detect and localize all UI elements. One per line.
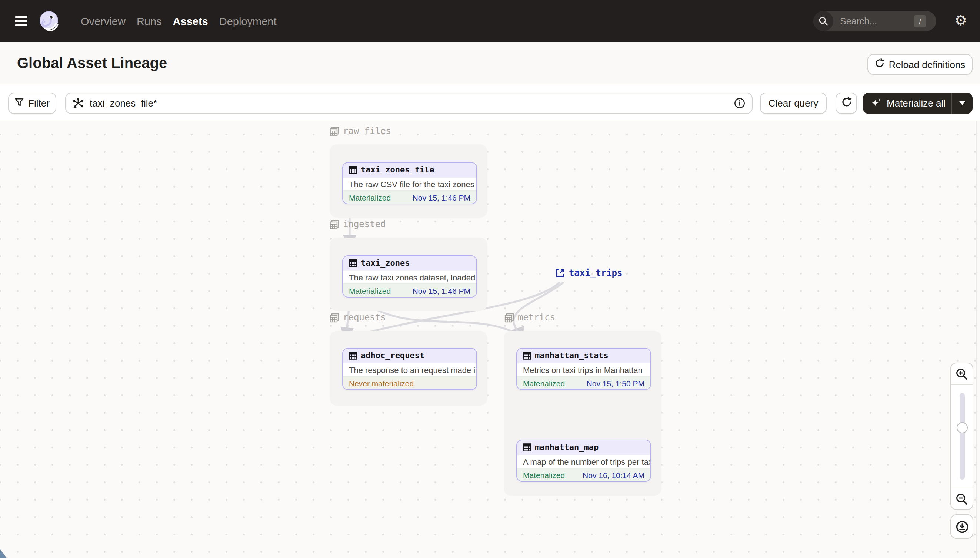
table-icon: [523, 351, 531, 359]
nav-link-runs[interactable]: Runs: [137, 15, 162, 27]
asset-name: manhattan_stats: [535, 351, 608, 360]
download-icon: [955, 520, 968, 533]
external-asset-taxi-trips[interactable]: taxi_trips: [555, 268, 623, 278]
download-image-button[interactable]: [950, 514, 973, 539]
external-link-icon: [555, 269, 565, 277]
search-icon: [813, 11, 833, 31]
reload-icon: [875, 59, 884, 70]
lineage-toolbar: Filter: [0, 84, 980, 121]
group-stack-icon: [329, 126, 339, 136]
filter-button[interactable]: Filter: [8, 92, 56, 114]
status-badge: Never materialized: [349, 379, 414, 387]
asset-name: manhattan_map: [535, 443, 598, 452]
reload-definitions-button[interactable]: Reload definitions: [867, 54, 973, 75]
asset-description: The raw taxi zones dataset, loaded int..…: [343, 270, 476, 284]
group-stack-icon: [329, 220, 339, 229]
reload-label: Reload definitions: [889, 59, 965, 70]
asset-query-input[interactable]: [88, 97, 734, 110]
table-icon: [523, 443, 531, 451]
group-label-metrics[interactable]: metrics: [504, 312, 555, 323]
status-badge: Materialized: [349, 286, 391, 295]
search-input[interactable]: [838, 15, 912, 27]
clear-query-label: Clear query: [769, 98, 818, 109]
settings-gear-icon[interactable]: ⚙: [953, 13, 969, 29]
asset-name: adhoc_request: [361, 351, 425, 360]
clear-query-button[interactable]: Clear query: [760, 92, 827, 114]
hamburger-menu-icon[interactable]: [15, 16, 27, 26]
refresh-icon: [841, 97, 852, 110]
page-header: Global Asset Lineage Reload definitions: [0, 42, 980, 84]
lineage-edges: [0, 121, 980, 558]
asset-node-manhattan-stats[interactable]: manhattan_stats Metrics on taxi trips in…: [516, 348, 651, 390]
nav-link-deployment[interactable]: Deployment: [219, 15, 277, 27]
sparkle-icon: [871, 97, 882, 110]
status-badge: Materialized: [523, 379, 565, 387]
info-icon[interactable]: [734, 98, 745, 109]
asset-status-bar: Materialized Nov 15, 1:46 PM: [343, 190, 476, 204]
asset-node-adhoc-request[interactable]: adhoc_request The response to an request…: [342, 348, 477, 390]
asset-status-bar: Materialized Nov 15, 1:50 PM: [517, 376, 651, 389]
zoom-in-button[interactable]: [951, 363, 973, 385]
asset-description: Metrics on taxi trips in Manhattan: [517, 363, 651, 376]
materialization-timestamp: Nov 15, 1:50 PM: [587, 379, 644, 387]
materialization-timestamp: Nov 15, 1:46 PM: [413, 286, 470, 295]
group-stack-icon: [504, 313, 514, 322]
asset-status-bar: Materialized Nov 15, 1:46 PM: [343, 284, 476, 297]
zoom-slider-knob[interactable]: [956, 423, 967, 434]
asset-node-manhattan-map[interactable]: manhattan_map A map of the number of tri…: [516, 440, 651, 482]
zoom-panel: [950, 363, 973, 510]
zoom-slider[interactable]: [951, 385, 973, 488]
zoom-out-icon: [955, 492, 968, 505]
zoom-slider-track[interactable]: [959, 393, 964, 479]
table-icon: [349, 259, 357, 267]
dagster-app: Overview Runs Assets Deployment / ⚙ Glob…: [0, 0, 980, 558]
asset-description: The raw CSV file for the taxi zones dat.…: [343, 177, 476, 190]
asset-name: taxi_zones_file: [361, 165, 435, 175]
materialize-all-button[interactable]: Materialize all: [863, 92, 973, 114]
search-shortcut-badge: /: [914, 15, 926, 27]
group-label-raw-files[interactable]: raw_files: [329, 126, 391, 136]
status-badge: Materialized: [523, 470, 565, 479]
asset-node-taxi-zones[interactable]: taxi_zones The raw taxi zones dataset, l…: [342, 255, 477, 297]
zoom-in-icon: [955, 368, 968, 380]
filter-funnel-icon: [15, 98, 24, 109]
canvas-right-divider: [976, 121, 977, 558]
materialize-all-label: Materialize all: [887, 98, 945, 109]
asset-description: A map of the number of trips per taxi z.…: [517, 455, 651, 468]
search-box[interactable]: /: [813, 11, 936, 31]
chevron-down-icon: [959, 102, 965, 105]
page-title: Global Asset Lineage: [17, 55, 167, 72]
filter-label: Filter: [28, 98, 49, 109]
group-label-requests[interactable]: requests: [329, 312, 386, 323]
asset-status-bar: Materialized Nov 16, 10:14 AM: [517, 468, 651, 481]
materialize-dropdown-toggle[interactable]: [951, 92, 973, 114]
status-badge: Materialized: [349, 193, 391, 202]
nav-link-assets[interactable]: Assets: [173, 15, 208, 27]
lineage-canvas[interactable]: raw_files ingested requests: [0, 121, 980, 558]
asset-query-field: [65, 92, 753, 114]
materialization-timestamp: Nov 16, 10:14 AM: [583, 470, 644, 479]
asset-node-taxi-zones-file[interactable]: taxi_zones_file The raw CSV file for the…: [342, 162, 477, 204]
zoom-out-button[interactable]: [951, 488, 973, 509]
nav-link-overview[interactable]: Overview: [81, 15, 125, 27]
top-nav-bar: Overview Runs Assets Deployment / ⚙: [0, 0, 980, 42]
asset-description: The response to an request made in th...: [343, 363, 476, 376]
asset-status-bar: Never materialized: [343, 376, 476, 389]
materialize-all-main[interactable]: Materialize all: [863, 97, 951, 110]
nav-links: Overview Runs Assets Deployment: [81, 0, 276, 42]
graph-query-icon: [72, 98, 84, 109]
group-label-ingested[interactable]: ingested: [329, 219, 386, 230]
table-icon: [349, 351, 357, 359]
refresh-button[interactable]: [835, 92, 857, 114]
table-icon: [349, 166, 357, 174]
edge-taxi-trips-to-manhattan-stats: [514, 283, 563, 337]
asset-name: taxi_zones: [361, 258, 410, 268]
dagster-logo[interactable]: [38, 10, 60, 32]
group-stack-icon: [329, 313, 339, 322]
offscreen-node-fragment: [0, 549, 7, 558]
materialization-timestamp: Nov 15, 1:46 PM: [413, 193, 470, 202]
